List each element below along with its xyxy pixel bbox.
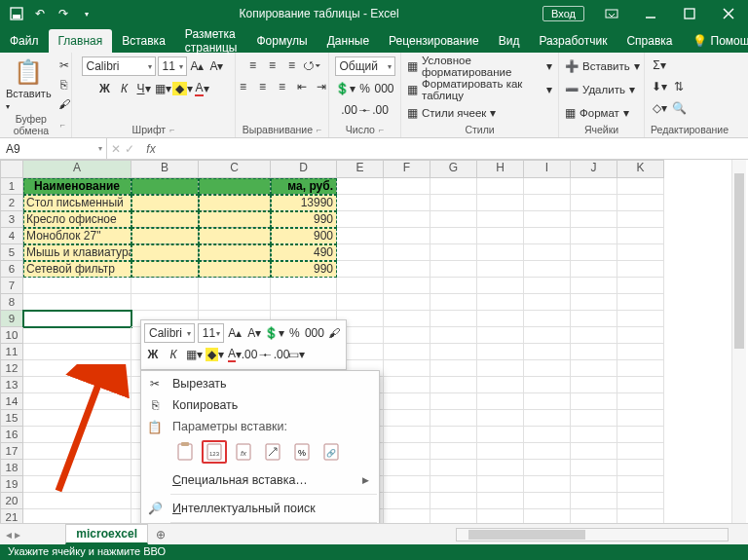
cell[interactable]: [571, 178, 617, 195]
italic-icon[interactable]: К: [116, 80, 133, 97]
shrink-font-icon[interactable]: A▾: [208, 57, 226, 75]
cell[interactable]: [524, 476, 571, 493]
cell[interactable]: 990: [271, 261, 337, 278]
align-left-icon[interactable]: ≡: [235, 78, 252, 95]
cell[interactable]: [384, 311, 430, 327]
row-header[interactable]: 5: [0, 244, 23, 261]
col-header[interactable]: H: [477, 160, 524, 178]
cell[interactable]: [617, 311, 664, 327]
cell[interactable]: [337, 294, 384, 311]
row-header[interactable]: 8: [0, 294, 23, 311]
cell[interactable]: [477, 211, 524, 228]
row-header[interactable]: 9: [0, 311, 23, 327]
cell[interactable]: [524, 228, 571, 244]
cell[interactable]: [337, 211, 384, 228]
row-header[interactable]: 18: [0, 460, 23, 476]
cell[interactable]: [617, 211, 664, 228]
mini-italic-icon[interactable]: К: [165, 346, 182, 363]
cell[interactable]: [477, 476, 524, 493]
cell[interactable]: [571, 410, 617, 427]
sheet-nav-icon[interactable]: ◂ ▸: [0, 528, 26, 541]
paste-icon[interactable]: 📋: [14, 58, 43, 86]
align-top-icon[interactable]: ≡: [244, 56, 262, 74]
cell[interactable]: [571, 427, 617, 443]
cell[interactable]: [430, 443, 477, 460]
row-header[interactable]: 17: [0, 443, 23, 460]
tab-review[interactable]: Рецензирование: [379, 29, 489, 53]
cell[interactable]: [23, 294, 131, 311]
cell[interactable]: [337, 195, 384, 211]
cell[interactable]: [617, 393, 664, 410]
cell[interactable]: [23, 278, 131, 294]
cell[interactable]: [384, 377, 430, 393]
row-header[interactable]: 15: [0, 410, 23, 427]
cell[interactable]: [571, 377, 617, 393]
cell[interactable]: [477, 377, 524, 393]
cell[interactable]: [131, 294, 199, 311]
cell[interactable]: [131, 178, 199, 195]
ribbon-options-icon[interactable]: [592, 0, 631, 27]
paste-formulas-icon[interactable]: fx: [231, 440, 256, 464]
cell[interactable]: [617, 261, 664, 278]
row-header[interactable]: 12: [0, 360, 23, 377]
cell[interactable]: [384, 344, 430, 360]
cell[interactable]: [524, 278, 571, 294]
cell[interactable]: [430, 476, 477, 493]
cell[interactable]: [477, 178, 524, 195]
row-header[interactable]: 6: [0, 261, 23, 278]
cell[interactable]: Моноблок 27": [23, 228, 131, 244]
cell[interactable]: [571, 195, 617, 211]
tab-insert[interactable]: Вставка: [112, 29, 175, 53]
cell[interactable]: [199, 278, 271, 294]
tab-formulas[interactable]: Формулы: [246, 29, 317, 53]
align-bot-icon[interactable]: ≡: [283, 56, 301, 74]
save-icon[interactable]: [8, 5, 25, 22]
row-header[interactable]: 3: [0, 211, 23, 228]
cell[interactable]: [384, 476, 430, 493]
cell[interactable]: [199, 178, 271, 195]
cell[interactable]: [524, 493, 571, 509]
cell[interactable]: [571, 460, 617, 476]
signin-button[interactable]: Вход: [542, 6, 584, 21]
cell[interactable]: [271, 294, 337, 311]
cell[interactable]: [199, 228, 271, 244]
cell[interactable]: [571, 393, 617, 410]
cell[interactable]: [131, 211, 199, 228]
col-header[interactable]: D: [271, 160, 337, 178]
cell[interactable]: [131, 228, 199, 244]
cell[interactable]: [617, 228, 664, 244]
col-header[interactable]: F: [384, 160, 430, 178]
cell[interactable]: [384, 178, 430, 195]
cell[interactable]: [430, 294, 477, 311]
cell[interactable]: [131, 244, 199, 261]
cell[interactable]: [23, 311, 131, 327]
cell[interactable]: Стол письменный: [23, 195, 131, 211]
mini-decdec-icon[interactable]: ←.00: [267, 346, 284, 363]
row-header[interactable]: 13: [0, 377, 23, 393]
mini-grow-icon[interactable]: A▴: [227, 324, 243, 342]
paste-formatting-icon[interactable]: %: [289, 440, 315, 464]
cell[interactable]: [23, 476, 131, 493]
cell[interactable]: Сетевой фильтр: [23, 261, 131, 278]
cell[interactable]: [384, 443, 430, 460]
paste-all-icon[interactable]: [172, 440, 198, 464]
align-mid-icon[interactable]: ≡: [264, 56, 281, 74]
clear-icon[interactable]: ◇▾: [651, 99, 668, 117]
cell[interactable]: [384, 393, 430, 410]
cell[interactable]: [430, 211, 477, 228]
cell[interactable]: [199, 211, 271, 228]
col-header[interactable]: G: [430, 160, 477, 178]
number-format-select[interactable]: Общий▾: [335, 56, 395, 76]
new-sheet-icon[interactable]: ⊕: [148, 528, 173, 541]
cell[interactable]: Наименование: [23, 178, 131, 195]
col-header[interactable]: I: [524, 160, 571, 178]
mini-painter-icon[interactable]: 🖌: [326, 324, 343, 342]
format-painter-icon[interactable]: 🖌: [56, 95, 73, 113]
borders-icon[interactable]: ▦▾: [155, 80, 172, 97]
cell[interactable]: [524, 261, 571, 278]
cell[interactable]: [384, 294, 430, 311]
cell[interactable]: [430, 344, 477, 360]
cell[interactable]: [384, 493, 430, 509]
cell[interactable]: [524, 211, 571, 228]
copy-icon[interactable]: ⎘: [56, 76, 73, 93]
